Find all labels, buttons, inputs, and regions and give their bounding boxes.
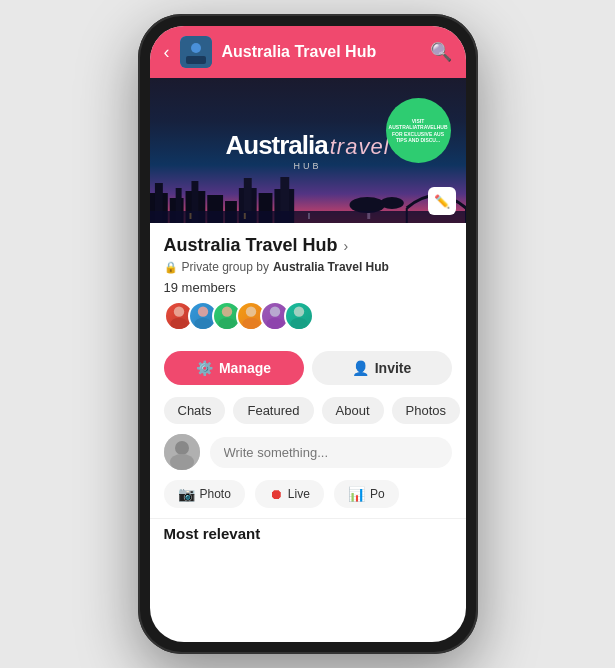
invite-label: Invite: [375, 360, 412, 376]
svg-point-34: [266, 318, 283, 330]
tabs-bar: Chats Featured About Photos: [150, 397, 466, 424]
phone-frame: ‹ Australia Travel Hub 🔍: [138, 14, 478, 654]
poll-button[interactable]: 📊 Po: [334, 480, 399, 508]
manage-icon: ⚙️: [196, 360, 213, 376]
write-input[interactable]: [210, 437, 452, 468]
group-name: Australia Travel Hub: [164, 235, 338, 256]
manage-label: Manage: [219, 360, 271, 376]
live-button[interactable]: ⏺ Live: [255, 480, 324, 508]
svg-point-26: [170, 318, 187, 330]
tab-chats[interactable]: Chats: [164, 397, 226, 424]
action-buttons: ⚙️ Manage 👤 Invite: [150, 351, 466, 385]
photo-icon: 📷: [178, 486, 195, 502]
svg-rect-2: [186, 56, 206, 64]
svg-point-1: [191, 43, 201, 53]
cover-badge: VISIT AUSTRALIATRAVELHUB FOR EXCLUSIVE A…: [386, 98, 451, 163]
group-privacy: Private group by: [182, 260, 269, 274]
header-title: Australia Travel Hub: [222, 43, 420, 61]
chevron-right-icon[interactable]: ›: [344, 238, 349, 254]
members-count: 19 members: [164, 280, 452, 295]
tab-featured[interactable]: Featured: [233, 397, 313, 424]
manage-button[interactable]: ⚙️ Manage: [164, 351, 304, 385]
poll-icon: 📊: [348, 486, 365, 502]
cover-subtitle: HUB: [293, 161, 321, 171]
group-info: Australia Travel Hub › 🔒 Private group b…: [150, 223, 466, 351]
svg-point-35: [293, 306, 303, 316]
cover-image: Australia travel HUB VISIT AUSTRALIATRAV…: [150, 78, 466, 223]
media-buttons: 📷 Photo ⏺ Live 📊 Po: [150, 480, 466, 508]
user-avatar: [164, 434, 200, 470]
app-header: ‹ Australia Travel Hub 🔍: [150, 26, 466, 78]
cover-title-main: Australia: [225, 130, 327, 161]
search-icon[interactable]: 🔍: [430, 41, 452, 63]
invite-button[interactable]: 👤 Invite: [312, 351, 452, 385]
poll-label: Po: [370, 487, 385, 501]
svg-point-25: [173, 306, 183, 316]
cover-title-italic: travel: [330, 134, 390, 160]
svg-point-38: [175, 441, 189, 455]
group-owner: Australia Travel Hub: [273, 260, 389, 274]
write-something-row: [150, 434, 466, 470]
edit-button[interactable]: ✏️: [428, 187, 456, 215]
group-meta: 🔒 Private group by Australia Travel Hub: [164, 260, 452, 274]
svg-point-31: [245, 306, 255, 316]
live-label: Live: [288, 487, 310, 501]
cover-badge-text: VISIT AUSTRALIATRAVELHUB FOR EXCLUSIVE A…: [389, 118, 448, 144]
lock-icon: 🔒: [164, 261, 178, 274]
group-name-row: Australia Travel Hub ›: [164, 235, 452, 256]
tab-photos[interactable]: Photos: [392, 397, 460, 424]
svg-point-33: [269, 306, 279, 316]
photo-label: Photo: [200, 487, 231, 501]
live-icon: ⏺: [269, 486, 283, 502]
member-avatar[interactable]: [284, 301, 314, 331]
back-icon[interactable]: ‹: [164, 42, 170, 63]
header-avatar: [180, 36, 212, 68]
svg-point-39: [170, 454, 194, 470]
svg-point-30: [218, 318, 235, 330]
svg-point-32: [242, 318, 259, 330]
phone-screen: ‹ Australia Travel Hub 🔍: [150, 26, 466, 642]
tab-about[interactable]: About: [322, 397, 384, 424]
invite-icon: 👤: [352, 360, 369, 376]
photo-button[interactable]: 📷 Photo: [164, 480, 245, 508]
member-avatars: [164, 301, 452, 331]
svg-point-27: [197, 306, 207, 316]
svg-point-29: [221, 306, 231, 316]
svg-point-28: [194, 318, 211, 330]
svg-point-36: [290, 318, 307, 330]
most-relevant-label: Most relevant: [150, 518, 466, 548]
